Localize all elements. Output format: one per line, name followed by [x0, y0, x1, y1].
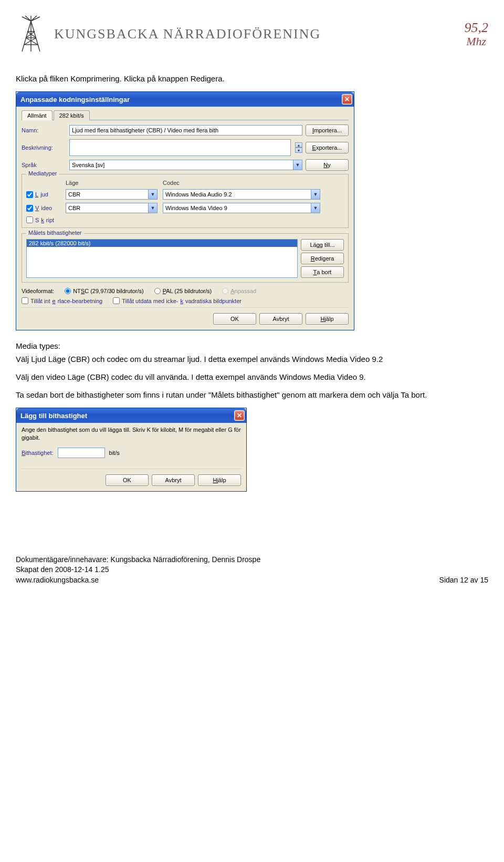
video-codec-select[interactable]: Windows Media Video 9▼ [163, 203, 320, 213]
chevron-down-icon: ▼ [311, 203, 320, 213]
mediatypes-legend: Mediatyper [26, 170, 59, 176]
media-types-heading: Media types: [16, 341, 488, 351]
radio-pal[interactable]: PAL (25 bildrutor/s) [154, 288, 212, 294]
lang-label: Språk [22, 162, 66, 168]
bitrate-add-button[interactable]: Lägg till... [301, 239, 344, 251]
new-button[interactable]: Ny [306, 159, 349, 171]
bitrate-listbox[interactable]: 282 kbit/s (282000 bit/s) [26, 239, 298, 278]
footer-page: Sidan 12 av 15 [439, 575, 488, 586]
bitrate-edit-button[interactable]: Redigera [301, 253, 344, 264]
encoding-settings-dialog: Anpassade kodningsinställningar ✕ Allmän… [16, 91, 354, 330]
add-bitrate-dialog: Lägg till bithastighet ✕ Ange den bithas… [16, 408, 247, 492]
titlebar: Lägg till bithastighet ✕ [16, 408, 246, 423]
nonsquare-check[interactable]: Tillåt utdata med icke-kvadratiska bildp… [113, 297, 242, 304]
titlebar: Anpassade kodningsinställningar ✕ [16, 92, 354, 107]
tab-bitrate[interactable]: 282 kbit/s [54, 110, 90, 120]
help-button[interactable]: Hjälp [306, 313, 349, 325]
help-button[interactable]: Hjälp [198, 474, 241, 486]
video-mode-select[interactable]: CBR▼ [66, 203, 158, 213]
col-codec: Codec [163, 180, 320, 186]
chevron-down-icon: ▼ [148, 190, 157, 199]
interlace-check[interactable]: Tillåt interlace-bearbetning [22, 297, 102, 304]
frequency-value: 95,2 [465, 20, 489, 35]
radio-custom: Anpassad [222, 288, 256, 294]
intro-text-1: Klicka på fliken Komprimering. Klicka på… [16, 74, 488, 84]
page-header: KUNGSBACKA NÄRRADIOFÖRENING 95,2 Mhz [16, 16, 488, 53]
export-button[interactable]: Exportera... [306, 142, 349, 153]
tab-strip: Allmänt 282 kbit/s [22, 110, 349, 120]
ok-button[interactable]: OK [213, 313, 256, 325]
radio-ntsc[interactable]: NTSC (29,97/30 bildrutor/s) [65, 288, 144, 294]
ok-button[interactable]: OK [106, 474, 149, 486]
audio-check[interactable]: Ljud [26, 191, 60, 198]
desc-scroll-icon[interactable]: ▲▼ [295, 142, 302, 153]
footer-url: www.radiokungsbacka.se [16, 575, 260, 586]
chevron-down-icon: ▼ [148, 203, 157, 213]
audio-mode-select[interactable]: CBR▼ [66, 189, 158, 200]
body-text-remove: Ta sedan bort de bithastigheter som finn… [16, 390, 488, 400]
video-check[interactable]: Video [26, 205, 60, 212]
cancel-button[interactable]: Avbryt [259, 313, 302, 325]
body-text-video: Välj den video Läge (CBR) codec du vill … [16, 372, 488, 382]
desc-label: Beskrivning: [22, 144, 66, 151]
dialog-intro: Ange den bithastighet som du vill lägga … [22, 426, 241, 441]
bitrate-fieldset: Målets bithastigheter 282 kbit/s (282000… [22, 233, 349, 283]
bitrate-remove-button[interactable]: Ta bort [301, 266, 344, 278]
bitrate-item[interactable]: 282 kbit/s (282000 bit/s) [27, 240, 297, 247]
mediatypes-fieldset: Mediatyper Läge Codec Ljud CBR▼ Windows … [22, 174, 349, 228]
tower-logo [16, 16, 46, 53]
chevron-down-icon: ▼ [293, 160, 302, 170]
cancel-button[interactable]: Avbryt [152, 474, 195, 486]
script-check[interactable]: Skript [26, 216, 60, 223]
name-label: Namn: [22, 127, 66, 133]
frequency-unit: Mhz [465, 35, 489, 48]
close-button[interactable]: ✕ [234, 410, 245, 421]
bitrate-input[interactable] [58, 448, 105, 458]
bitrate-unit: bit/s [109, 450, 120, 456]
org-name: KUNGSBACKA NÄRRADIOFÖRENING [54, 26, 457, 42]
dialog-title: Anpassade kodningsinställningar [20, 96, 342, 103]
description-input[interactable] [69, 139, 291, 156]
name-input[interactable] [69, 125, 302, 136]
body-text-audio: Välj Ljud Läge (CBR) och codec om du str… [16, 354, 488, 365]
footer-owner: Dokumentägare/innehavare: Kungsbacka När… [16, 555, 260, 565]
svg-line-2 [31, 21, 40, 51]
tab-general[interactable]: Allmänt [22, 110, 52, 120]
audio-codec-select[interactable]: Windows Media Audio 9.2▼ [163, 189, 320, 200]
dialog-title: Lägg till bithastighet [20, 412, 234, 420]
language-select[interactable]: Svenska [sv] ▼ [69, 160, 302, 170]
frequency: 95,2 Mhz [465, 20, 489, 48]
language-value: Svenska [sv] [72, 162, 104, 168]
col-mode: Läge [66, 180, 158, 186]
close-button[interactable]: ✕ [342, 94, 352, 105]
bitrate-legend: Målets bithastigheter [26, 230, 84, 236]
chevron-down-icon: ▼ [311, 190, 320, 199]
bitrate-label: Bithastighet: [22, 450, 54, 456]
footer-created: Skapat den 2008-12-14 1.25 [16, 565, 260, 575]
import-button[interactable]: IImportera...mportera... [306, 124, 349, 136]
svg-line-1 [22, 21, 31, 51]
page-footer: Dokumentägare/innehavare: Kungsbacka När… [16, 555, 488, 586]
videoformat-label: Videoformat: [22, 288, 54, 294]
